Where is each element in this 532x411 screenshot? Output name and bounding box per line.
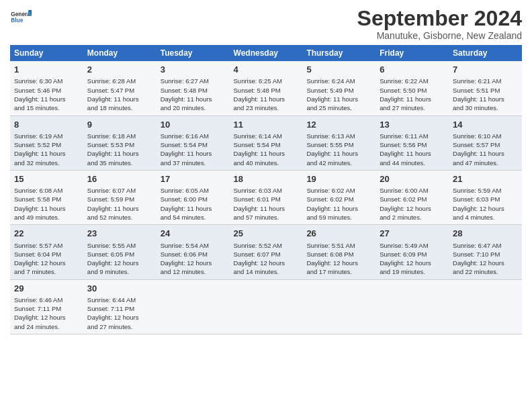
day-number: 23 bbox=[87, 228, 152, 240]
day-number: 11 bbox=[234, 119, 299, 131]
day-number: 24 bbox=[161, 228, 226, 240]
calendar-cell: 2Sunrise: 6:28 AMSunset: 5:47 PMDaylight… bbox=[83, 61, 157, 116]
day-info-line: Sunset: 5:50 PM bbox=[380, 86, 445, 95]
calendar-cell: 26Sunrise: 5:51 AMSunset: 6:08 PMDayligh… bbox=[302, 225, 375, 279]
calendar-cell: 4Sunrise: 6:25 AMSunset: 5:48 PMDaylight… bbox=[230, 61, 303, 116]
day-info-line: and 52 minutes. bbox=[87, 213, 152, 222]
day-number: 21 bbox=[453, 173, 518, 185]
day-info-line: and 12 minutes. bbox=[161, 267, 226, 276]
day-number: 14 bbox=[453, 119, 518, 131]
day-number: 3 bbox=[161, 64, 226, 76]
day-info-line: Sunrise: 6:44 AM bbox=[87, 295, 152, 304]
day-number: 22 bbox=[14, 228, 79, 240]
day-number: 2 bbox=[87, 64, 152, 76]
day-info-line: Sunset: 5:46 PM bbox=[14, 86, 79, 95]
day-info-line: and 19 minutes. bbox=[380, 267, 445, 276]
calendar-cell: 18Sunrise: 6:03 AMSunset: 6:01 PMDayligh… bbox=[230, 170, 303, 224]
calendar-cell: 12Sunrise: 6:13 AMSunset: 5:55 PMDayligh… bbox=[302, 116, 375, 170]
day-info-line: Sunrise: 6:30 AM bbox=[14, 77, 79, 85]
calendar-cell: 11Sunrise: 6:14 AMSunset: 5:54 PMDayligh… bbox=[230, 116, 303, 170]
calendar-cell: 5Sunrise: 6:24 AMSunset: 5:49 PMDaylight… bbox=[302, 61, 375, 116]
day-info-line: Daylight: 11 hours bbox=[14, 204, 79, 213]
title-area: September 2024 Manutuke, Gisborne, New Z… bbox=[357, 7, 522, 41]
calendar-cell bbox=[302, 279, 375, 334]
day-info-line: Sunset: 5:54 PM bbox=[161, 140, 226, 149]
calendar-cell: 8Sunrise: 6:19 AMSunset: 5:52 PMDaylight… bbox=[10, 116, 83, 170]
day-number: 19 bbox=[306, 173, 371, 185]
calendar-cell: 3Sunrise: 6:27 AMSunset: 5:48 PMDaylight… bbox=[157, 61, 230, 116]
day-info-line: and 23 minutes. bbox=[234, 103, 299, 112]
col-header-monday: Monday bbox=[83, 45, 157, 61]
calendar-cell bbox=[449, 279, 522, 334]
day-info-line: and 57 minutes. bbox=[234, 213, 299, 222]
day-info-line: and 15 minutes. bbox=[14, 103, 79, 112]
day-info-line: Daylight: 12 hours bbox=[306, 259, 371, 267]
day-info-line: Sunset: 6:02 PM bbox=[306, 195, 371, 203]
day-info-line: and 49 minutes. bbox=[14, 213, 79, 222]
day-info-line: Sunset: 6:07 PM bbox=[234, 250, 299, 259]
calendar-cell: 6Sunrise: 6:22 AMSunset: 5:50 PMDaylight… bbox=[375, 61, 449, 116]
day-info-line: and 22 minutes. bbox=[453, 267, 518, 276]
day-info-line: and 9 minutes. bbox=[87, 267, 152, 276]
day-info-line: Daylight: 11 hours bbox=[87, 149, 152, 158]
day-info-line: Sunrise: 6:18 AM bbox=[87, 132, 152, 140]
day-info-line: Sunrise: 6:05 AM bbox=[161, 186, 226, 195]
week-row-3: 15Sunrise: 6:08 AMSunset: 5:58 PMDayligh… bbox=[10, 170, 522, 224]
day-number: 12 bbox=[306, 119, 371, 131]
day-info-line: Sunset: 6:03 PM bbox=[453, 195, 518, 203]
day-info-line: Daylight: 12 hours bbox=[87, 259, 152, 267]
day-info-line: and 59 minutes. bbox=[306, 213, 371, 222]
day-info-line: Sunset: 6:09 PM bbox=[380, 250, 445, 259]
day-info-line: and 20 minutes. bbox=[161, 103, 226, 112]
day-number: 17 bbox=[161, 173, 226, 185]
week-row-2: 8Sunrise: 6:19 AMSunset: 5:52 PMDaylight… bbox=[10, 116, 522, 170]
day-info-line: Daylight: 12 hours bbox=[161, 259, 226, 267]
day-info-line: Sunrise: 6:08 AM bbox=[14, 186, 79, 195]
day-number: 29 bbox=[14, 283, 79, 295]
day-number: 26 bbox=[306, 228, 371, 240]
day-info-line: Sunrise: 6:14 AM bbox=[234, 132, 299, 140]
day-info-line: Sunset: 6:02 PM bbox=[380, 195, 445, 203]
day-info-line: Daylight: 12 hours bbox=[453, 204, 518, 213]
col-header-tuesday: Tuesday bbox=[157, 45, 230, 61]
day-number: 4 bbox=[234, 64, 299, 76]
calendar-cell: 20Sunrise: 6:00 AMSunset: 6:02 PMDayligh… bbox=[375, 170, 449, 224]
day-number: 6 bbox=[380, 64, 445, 76]
day-info-line: Daylight: 12 hours bbox=[14, 313, 79, 322]
day-info-line: and 14 minutes. bbox=[234, 267, 299, 276]
day-info-line: Sunset: 7:10 PM bbox=[453, 250, 518, 259]
calendar-table: SundayMondayTuesdayWednesdayThursdayFrid… bbox=[10, 45, 522, 334]
calendar-cell: 29Sunrise: 6:46 AMSunset: 7:11 PMDayligh… bbox=[10, 279, 83, 334]
day-info-line: Sunset: 5:48 PM bbox=[234, 86, 299, 95]
day-number: 10 bbox=[161, 119, 226, 131]
day-number: 27 bbox=[380, 228, 445, 240]
day-info-line: Daylight: 12 hours bbox=[14, 259, 79, 267]
day-info-line: Sunrise: 5:52 AM bbox=[234, 241, 299, 250]
day-number: 18 bbox=[234, 173, 299, 185]
calendar-cell bbox=[157, 279, 230, 334]
day-info-line: Sunrise: 6:16 AM bbox=[161, 132, 226, 140]
week-row-5: 29Sunrise: 6:46 AMSunset: 7:11 PMDayligh… bbox=[10, 279, 522, 334]
day-info-line: Daylight: 11 hours bbox=[87, 95, 152, 103]
day-info-line: Sunrise: 5:57 AM bbox=[14, 241, 79, 250]
day-number: 16 bbox=[87, 173, 152, 185]
col-header-friday: Friday bbox=[375, 45, 449, 61]
day-info-line: Daylight: 11 hours bbox=[234, 95, 299, 103]
day-info-line: Sunset: 5:54 PM bbox=[234, 140, 299, 149]
day-info-line: Sunrise: 5:54 AM bbox=[161, 241, 226, 250]
day-number: 8 bbox=[14, 119, 79, 131]
day-info-line: and 30 minutes. bbox=[453, 103, 518, 112]
day-info-line: and 4 minutes. bbox=[453, 213, 518, 222]
calendar-cell bbox=[375, 279, 449, 334]
day-info-line: Sunrise: 6:13 AM bbox=[306, 132, 371, 140]
day-info-line: Sunrise: 6:19 AM bbox=[14, 132, 79, 140]
day-info-line: and 17 minutes. bbox=[306, 267, 371, 276]
day-info-line: Sunset: 5:56 PM bbox=[380, 140, 445, 149]
day-info-line: Sunset: 7:11 PM bbox=[87, 304, 152, 313]
calendar-cell: 24Sunrise: 5:54 AMSunset: 6:06 PMDayligh… bbox=[157, 225, 230, 279]
calendar-cell: 19Sunrise: 6:02 AMSunset: 6:02 PMDayligh… bbox=[302, 170, 375, 224]
day-info-line: Daylight: 11 hours bbox=[234, 204, 299, 213]
calendar-cell: 14Sunrise: 6:10 AMSunset: 5:57 PMDayligh… bbox=[449, 116, 522, 170]
day-info-line: Daylight: 12 hours bbox=[234, 259, 299, 267]
day-info-line: Daylight: 12 hours bbox=[380, 259, 445, 267]
